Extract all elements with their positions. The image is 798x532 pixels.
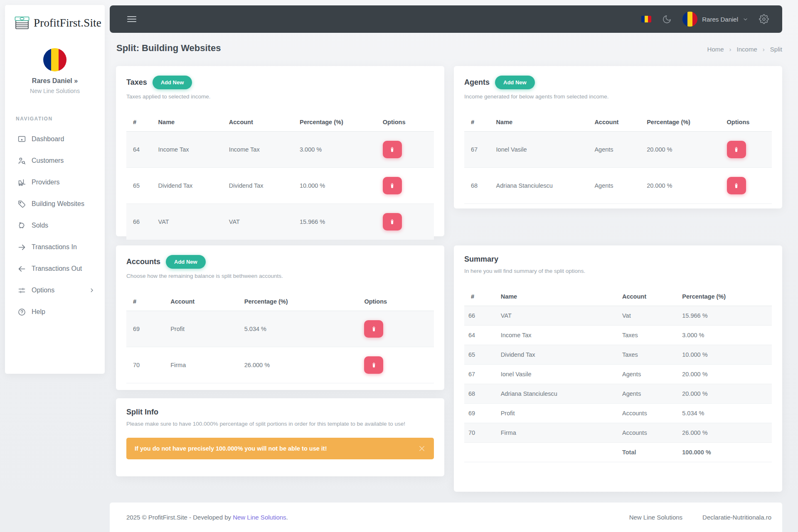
- user-search-icon: [17, 157, 26, 165]
- sidebar-nav: Dashboard Customers Providers Building W…: [5, 128, 105, 323]
- table-cell: 26.000 %: [240, 347, 360, 383]
- card-subtitle: Choose how the remaining balance is spli…: [116, 269, 444, 279]
- sidebar-item-dashboard[interactable]: Dashboard: [5, 128, 105, 150]
- language-flag-icon[interactable]: [641, 16, 651, 22]
- total-value: 100.000 %: [678, 443, 772, 462]
- gear-icon: [759, 14, 769, 24]
- table-cell: 20.000 %: [643, 168, 722, 204]
- sidebar-item-transactions-in[interactable]: Transactions In: [5, 236, 105, 258]
- delete-button[interactable]: [383, 213, 402, 230]
- sidebar-item-providers[interactable]: Providers: [5, 172, 105, 193]
- table-row: 66VATVAT15.966 %: [126, 204, 434, 240]
- table-row: 69Profit5.034 %: [126, 311, 434, 347]
- table-cell: 15.966 %: [296, 204, 379, 240]
- warning-alert: If you do not have precisely 100.000% yo…: [126, 438, 434, 459]
- column-header: #: [126, 292, 166, 311]
- table-cell: Accounts: [618, 423, 678, 443]
- forklift-icon: [17, 178, 26, 187]
- card-title: Accounts: [126, 257, 160, 266]
- table-cell: 10.000 %: [296, 168, 379, 204]
- close-icon[interactable]: [418, 445, 426, 452]
- developer-link[interactable]: New Line Solutions: [233, 514, 286, 521]
- card-title: Summary: [464, 255, 498, 264]
- total-row: Total 100.000 %: [464, 443, 772, 462]
- monitor-icon: [17, 135, 26, 144]
- sidebar-item-help[interactable]: Help: [5, 301, 105, 323]
- table-cell: Dividend Tax: [154, 168, 225, 204]
- arrow-left-icon: [17, 265, 26, 273]
- sidebar-item-options[interactable]: Options: [5, 279, 105, 301]
- delete-button[interactable]: [364, 356, 383, 374]
- card-title: Split Info: [126, 408, 158, 417]
- options-cell: [379, 132, 434, 168]
- summary-card: Summary In here you will find summary of…: [454, 245, 782, 492]
- brand-name: ProfitFirst.Site: [34, 17, 101, 29]
- brand-logo[interactable]: ProfitFirst.Site: [5, 5, 105, 30]
- sidebar-item-solds[interactable]: Solds: [5, 215, 105, 236]
- options-cell: [360, 347, 434, 383]
- total-label: Total: [618, 443, 678, 462]
- breadcrumb-home[interactable]: Home: [707, 46, 724, 53]
- table-row: 65Dividend TaxDividend Tax10.000 %: [126, 168, 434, 204]
- column-header: Options: [723, 113, 772, 132]
- table-row: 67Ionel VasileAgents20.000 %: [464, 132, 772, 168]
- trash-icon: [389, 218, 395, 225]
- table-cell: Ionel Vasile: [497, 365, 618, 384]
- money-stack-icon: [14, 16, 30, 30]
- table-row: 70FirmaAccounts26.000 %: [464, 423, 772, 443]
- column-header: Percentage (%): [240, 292, 360, 311]
- profile-company: New Line Solutions: [5, 88, 105, 94]
- table-row: 66VATVat15.966 %: [464, 306, 772, 326]
- add-new-tax-button[interactable]: Add New: [153, 76, 192, 89]
- options-cell: [379, 204, 434, 240]
- user-menu[interactable]: Rares Daniel: [682, 12, 748, 27]
- delete-button[interactable]: [383, 177, 402, 194]
- avatar: [43, 48, 66, 71]
- breadcrumb-income[interactable]: Income: [737, 46, 757, 53]
- agents-card: Agents Add New Income generated for belo…: [454, 66, 782, 208]
- add-new-account-button[interactable]: Add New: [166, 255, 206, 269]
- column-header: #: [464, 113, 492, 132]
- sidebar-item-transactions-out[interactable]: Transactions Out: [5, 258, 105, 279]
- delete-button[interactable]: [727, 177, 746, 194]
- column-header: Name: [154, 113, 225, 132]
- add-new-agent-button[interactable]: Add New: [495, 76, 535, 89]
- sidebar-item-customers[interactable]: Customers: [5, 150, 105, 172]
- table-cell: 69: [464, 404, 497, 423]
- column-header: Name: [497, 287, 618, 306]
- column-header: #: [464, 287, 497, 306]
- delete-button[interactable]: [383, 141, 402, 158]
- table-cell: Dividend Tax: [225, 168, 296, 204]
- split-info-card: Split Info Please make sure to have 100.…: [116, 398, 444, 476]
- footer-link-declaratie[interactable]: Declaratie-Nutritionala.ro: [702, 514, 771, 521]
- options-cell: [360, 311, 434, 347]
- top-navbar: Rares Daniel: [110, 5, 782, 33]
- table-cell: 20.000 %: [678, 365, 772, 384]
- table-cell: 64: [126, 132, 154, 168]
- sidebar-item-building-websites[interactable]: Building Websites: [5, 193, 105, 215]
- settings-button[interactable]: [759, 14, 769, 24]
- table-cell: Firma: [497, 423, 618, 443]
- profile-name[interactable]: Rares Daniel »: [5, 77, 105, 85]
- delete-button[interactable]: [364, 320, 383, 338]
- delete-button[interactable]: [727, 141, 746, 158]
- table-cell: Adriana Stanciulescu: [497, 384, 618, 404]
- piggy-bank-icon: [17, 221, 26, 230]
- breadcrumb-current: Split: [770, 46, 782, 53]
- table-cell: 67: [464, 365, 497, 384]
- table-cell: VAT: [154, 204, 225, 240]
- footer-link-new-line-solutions[interactable]: New Line Solutions: [629, 514, 682, 521]
- agents-table: # Name Account Percentage (%) Options 67…: [464, 113, 772, 204]
- card-title: Taxes: [126, 78, 147, 87]
- menu-icon[interactable]: [127, 15, 136, 24]
- options-cell: [723, 132, 772, 168]
- table-cell: 64: [464, 326, 497, 345]
- table-cell: Taxes: [618, 326, 678, 345]
- column-header: Account: [166, 292, 240, 311]
- column-header: Account: [618, 287, 678, 306]
- alert-text: If you do not have precisely 100.000% yo…: [135, 445, 327, 452]
- breadcrumb-separator: ›: [763, 46, 765, 53]
- table-cell: 68: [464, 168, 492, 204]
- dark-mode-toggle[interactable]: [662, 15, 672, 24]
- table-cell: 3.000 %: [296, 132, 379, 168]
